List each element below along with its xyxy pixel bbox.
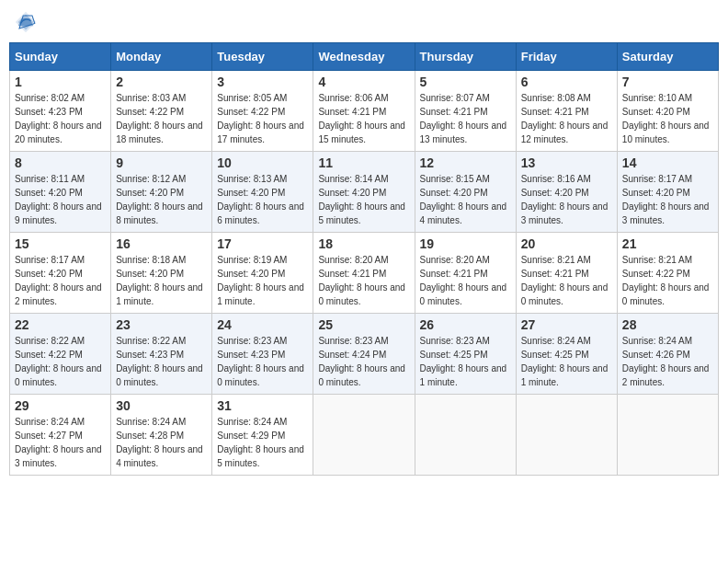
calendar-day-cell: 7Sunrise: 8:10 AMSunset: 4:20 PMDaylight… bbox=[617, 71, 718, 152]
calendar-day-cell: 30Sunrise: 8:24 AMSunset: 4:28 PMDayligh… bbox=[111, 395, 212, 476]
day-info: Sunrise: 8:10 AMSunset: 4:20 PMDaylight:… bbox=[622, 91, 713, 146]
page-header bbox=[9, 9, 719, 35]
day-number: 8 bbox=[15, 155, 106, 170]
logo-icon bbox=[13, 9, 39, 35]
calendar-day-cell: 14Sunrise: 8:17 AMSunset: 4:20 PMDayligh… bbox=[617, 152, 718, 233]
calendar-day-cell: 5Sunrise: 8:07 AMSunset: 4:21 PMDaylight… bbox=[415, 71, 516, 152]
calendar-day-cell: 20Sunrise: 8:21 AMSunset: 4:21 PMDayligh… bbox=[516, 233, 617, 314]
calendar-day-cell: 29Sunrise: 8:24 AMSunset: 4:27 PMDayligh… bbox=[10, 395, 111, 476]
calendar-day-cell: 13Sunrise: 8:16 AMSunset: 4:20 PMDayligh… bbox=[516, 152, 617, 233]
day-number: 25 bbox=[318, 317, 409, 332]
day-info: Sunrise: 8:02 AMSunset: 4:23 PMDaylight:… bbox=[15, 91, 106, 146]
calendar-day-cell: 15Sunrise: 8:17 AMSunset: 4:20 PMDayligh… bbox=[10, 233, 111, 314]
day-number: 31 bbox=[217, 398, 308, 413]
calendar-day-cell bbox=[617, 395, 718, 476]
weekday-header-saturday: Saturday bbox=[617, 43, 718, 71]
calendar-day-cell bbox=[313, 395, 415, 476]
day-info: Sunrise: 8:17 AMSunset: 4:20 PMDaylight:… bbox=[15, 253, 106, 308]
day-info: Sunrise: 8:23 AMSunset: 4:23 PMDaylight:… bbox=[217, 334, 308, 389]
weekday-header-sunday: Sunday bbox=[10, 43, 111, 71]
day-info: Sunrise: 8:24 AMSunset: 4:27 PMDaylight:… bbox=[15, 415, 106, 470]
calendar-day-cell: 10Sunrise: 8:13 AMSunset: 4:20 PMDayligh… bbox=[212, 152, 313, 233]
day-number: 5 bbox=[420, 75, 511, 89]
logo bbox=[13, 9, 40, 35]
day-number: 10 bbox=[217, 155, 308, 170]
day-number: 3 bbox=[217, 75, 308, 89]
calendar-day-cell: 21Sunrise: 8:21 AMSunset: 4:22 PMDayligh… bbox=[617, 233, 718, 314]
calendar-day-cell bbox=[516, 395, 617, 476]
calendar-day-cell: 12Sunrise: 8:15 AMSunset: 4:20 PMDayligh… bbox=[415, 152, 516, 233]
weekday-header-tuesday: Tuesday bbox=[212, 43, 313, 71]
calendar-day-cell: 22Sunrise: 8:22 AMSunset: 4:22 PMDayligh… bbox=[10, 314, 111, 395]
day-number: 4 bbox=[318, 75, 409, 89]
calendar-day-cell: 1Sunrise: 8:02 AMSunset: 4:23 PMDaylight… bbox=[10, 71, 111, 152]
calendar-day-cell: 9Sunrise: 8:12 AMSunset: 4:20 PMDaylight… bbox=[111, 152, 212, 233]
weekday-header-monday: Monday bbox=[111, 43, 212, 71]
day-info: Sunrise: 8:08 AMSunset: 4:21 PMDaylight:… bbox=[521, 91, 612, 146]
day-info: Sunrise: 8:17 AMSunset: 4:20 PMDaylight:… bbox=[622, 172, 713, 227]
day-info: Sunrise: 8:18 AMSunset: 4:20 PMDaylight:… bbox=[116, 253, 207, 308]
calendar-week-row: 1Sunrise: 8:02 AMSunset: 4:23 PMDaylight… bbox=[10, 71, 719, 152]
day-info: Sunrise: 8:19 AMSunset: 4:20 PMDaylight:… bbox=[217, 253, 308, 308]
calendar-week-row: 22Sunrise: 8:22 AMSunset: 4:22 PMDayligh… bbox=[10, 314, 719, 395]
calendar-day-cell: 8Sunrise: 8:11 AMSunset: 4:20 PMDaylight… bbox=[10, 152, 111, 233]
calendar-day-cell: 6Sunrise: 8:08 AMSunset: 4:21 PMDaylight… bbox=[516, 71, 617, 152]
day-info: Sunrise: 8:16 AMSunset: 4:20 PMDaylight:… bbox=[521, 172, 612, 227]
day-info: Sunrise: 8:23 AMSunset: 4:25 PMDaylight:… bbox=[420, 334, 511, 389]
calendar-header: SundayMondayTuesdayWednesdayThursdayFrid… bbox=[10, 43, 719, 71]
calendar-day-cell: 27Sunrise: 8:24 AMSunset: 4:25 PMDayligh… bbox=[516, 314, 617, 395]
day-info: Sunrise: 8:24 AMSunset: 4:25 PMDaylight:… bbox=[521, 334, 612, 389]
day-number: 21 bbox=[622, 236, 713, 251]
day-number: 23 bbox=[116, 317, 207, 332]
day-number: 26 bbox=[420, 317, 511, 332]
calendar-day-cell: 11Sunrise: 8:14 AMSunset: 4:20 PMDayligh… bbox=[313, 152, 415, 233]
day-number: 19 bbox=[420, 236, 511, 251]
calendar-body: 1Sunrise: 8:02 AMSunset: 4:23 PMDaylight… bbox=[10, 71, 719, 476]
day-info: Sunrise: 8:07 AMSunset: 4:21 PMDaylight:… bbox=[420, 91, 511, 146]
day-number: 12 bbox=[420, 155, 511, 170]
day-number: 13 bbox=[521, 155, 612, 170]
day-info: Sunrise: 8:14 AMSunset: 4:20 PMDaylight:… bbox=[318, 172, 409, 227]
day-info: Sunrise: 8:20 AMSunset: 4:21 PMDaylight:… bbox=[420, 253, 511, 308]
day-number: 18 bbox=[318, 236, 409, 251]
calendar-week-row: 8Sunrise: 8:11 AMSunset: 4:20 PMDaylight… bbox=[10, 152, 719, 233]
calendar-day-cell: 2Sunrise: 8:03 AMSunset: 4:22 PMDaylight… bbox=[111, 71, 212, 152]
day-number: 7 bbox=[622, 75, 713, 89]
day-number: 29 bbox=[15, 398, 106, 413]
calendar-day-cell bbox=[415, 395, 516, 476]
day-info: Sunrise: 8:23 AMSunset: 4:24 PMDaylight:… bbox=[318, 334, 409, 389]
weekday-header-wednesday: Wednesday bbox=[313, 43, 415, 71]
day-info: Sunrise: 8:21 AMSunset: 4:21 PMDaylight:… bbox=[521, 253, 612, 308]
calendar-day-cell: 16Sunrise: 8:18 AMSunset: 4:20 PMDayligh… bbox=[111, 233, 212, 314]
day-number: 14 bbox=[622, 155, 713, 170]
calendar-day-cell: 31Sunrise: 8:24 AMSunset: 4:29 PMDayligh… bbox=[212, 395, 313, 476]
day-number: 1 bbox=[15, 75, 106, 89]
day-info: Sunrise: 8:21 AMSunset: 4:22 PMDaylight:… bbox=[622, 253, 713, 308]
calendar-day-cell: 19Sunrise: 8:20 AMSunset: 4:21 PMDayligh… bbox=[415, 233, 516, 314]
day-info: Sunrise: 8:20 AMSunset: 4:21 PMDaylight:… bbox=[318, 253, 409, 308]
calendar-day-cell: 18Sunrise: 8:20 AMSunset: 4:21 PMDayligh… bbox=[313, 233, 415, 314]
day-number: 11 bbox=[318, 155, 409, 170]
day-info: Sunrise: 8:24 AMSunset: 4:28 PMDaylight:… bbox=[116, 415, 207, 470]
calendar-day-cell: 26Sunrise: 8:23 AMSunset: 4:25 PMDayligh… bbox=[415, 314, 516, 395]
calendar-day-cell: 28Sunrise: 8:24 AMSunset: 4:26 PMDayligh… bbox=[617, 314, 718, 395]
day-info: Sunrise: 8:24 AMSunset: 4:26 PMDaylight:… bbox=[622, 334, 713, 389]
weekday-header-friday: Friday bbox=[516, 43, 617, 71]
calendar-day-cell: 25Sunrise: 8:23 AMSunset: 4:24 PMDayligh… bbox=[313, 314, 415, 395]
day-info: Sunrise: 8:11 AMSunset: 4:20 PMDaylight:… bbox=[15, 172, 106, 227]
day-info: Sunrise: 8:03 AMSunset: 4:22 PMDaylight:… bbox=[116, 91, 207, 146]
day-number: 22 bbox=[15, 317, 106, 332]
day-number: 28 bbox=[622, 317, 713, 332]
day-number: 20 bbox=[521, 236, 612, 251]
day-number: 17 bbox=[217, 236, 308, 251]
weekday-header-thursday: Thursday bbox=[415, 43, 516, 71]
day-number: 6 bbox=[521, 75, 612, 89]
day-number: 16 bbox=[116, 236, 207, 251]
day-number: 27 bbox=[521, 317, 612, 332]
calendar-day-cell: 3Sunrise: 8:05 AMSunset: 4:22 PMDaylight… bbox=[212, 71, 313, 152]
calendar-day-cell: 4Sunrise: 8:06 AMSunset: 4:21 PMDaylight… bbox=[313, 71, 415, 152]
day-info: Sunrise: 8:13 AMSunset: 4:20 PMDaylight:… bbox=[217, 172, 308, 227]
day-info: Sunrise: 8:22 AMSunset: 4:23 PMDaylight:… bbox=[116, 334, 207, 389]
calendar-day-cell: 23Sunrise: 8:22 AMSunset: 4:23 PMDayligh… bbox=[111, 314, 212, 395]
day-info: Sunrise: 8:05 AMSunset: 4:22 PMDaylight:… bbox=[217, 91, 308, 146]
